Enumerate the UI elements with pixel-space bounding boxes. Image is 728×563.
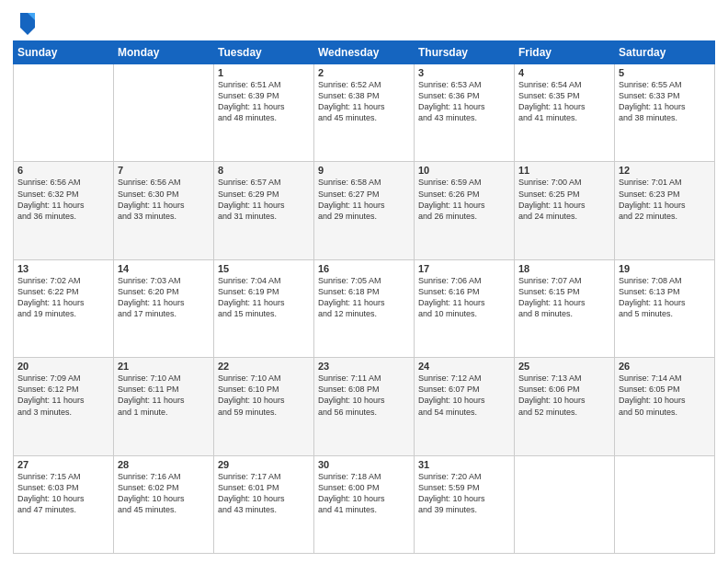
weekday-header: Friday [515,41,615,64]
day-number: 19 [619,263,711,274]
day-number: 16 [318,263,410,274]
day-number: 6 [17,165,109,176]
day-info: Sunrise: 7:04 AM Sunset: 6:19 PM Dayligh… [218,275,310,320]
calendar-cell: 18Sunrise: 7:07 AM Sunset: 6:15 PM Dayli… [515,259,615,357]
calendar-cell [615,455,715,553]
calendar-cell: 22Sunrise: 7:10 AM Sunset: 6:10 PM Dayli… [214,358,314,455]
day-info: Sunrise: 7:03 AM Sunset: 6:20 PM Dayligh… [118,275,210,320]
day-number: 29 [218,459,310,470]
day-number: 22 [218,361,310,372]
day-info: Sunrise: 7:09 AM Sunset: 6:12 PM Dayligh… [17,373,109,418]
day-number: 20 [17,361,109,372]
day-info: Sunrise: 6:52 AM Sunset: 6:38 PM Dayligh… [318,79,410,124]
day-info: Sunrise: 7:08 AM Sunset: 6:13 PM Dayligh… [619,275,711,320]
day-info: Sunrise: 7:20 AM Sunset: 5:59 PM Dayligh… [418,471,510,516]
day-info: Sunrise: 7:13 AM Sunset: 6:06 PM Dayligh… [518,373,610,418]
day-number: 9 [318,165,410,176]
calendar-cell: 4Sunrise: 6:54 AM Sunset: 6:35 PM Daylig… [515,64,615,162]
day-number: 8 [218,165,310,176]
day-info: Sunrise: 7:10 AM Sunset: 6:11 PM Dayligh… [118,373,210,418]
calendar-cell: 3Sunrise: 6:53 AM Sunset: 6:36 PM Daylig… [415,64,515,162]
calendar-cell: 10Sunrise: 6:59 AM Sunset: 6:26 PM Dayli… [415,162,515,259]
day-number: 24 [418,361,510,372]
day-number: 4 [518,67,610,78]
calendar-week-row: 1Sunrise: 6:51 AM Sunset: 6:39 PM Daylig… [14,64,715,162]
day-info: Sunrise: 7:05 AM Sunset: 6:18 PM Dayligh… [318,275,410,320]
day-number: 15 [218,263,310,274]
day-info: Sunrise: 7:15 AM Sunset: 6:03 PM Dayligh… [17,471,109,516]
calendar-cell: 24Sunrise: 7:12 AM Sunset: 6:07 PM Dayli… [415,358,515,455]
calendar-week-row: 27Sunrise: 7:15 AM Sunset: 6:03 PM Dayli… [14,455,715,553]
day-number: 17 [418,263,510,274]
day-number: 2 [318,67,410,78]
calendar-cell: 9Sunrise: 6:58 AM Sunset: 6:27 PM Daylig… [314,162,415,259]
day-info: Sunrise: 6:56 AM Sunset: 6:30 PM Dayligh… [118,177,210,222]
day-info: Sunrise: 6:53 AM Sunset: 6:36 PM Dayligh… [418,79,510,124]
day-number: 30 [318,459,410,470]
day-info: Sunrise: 6:51 AM Sunset: 6:39 PM Dayligh… [218,79,310,124]
day-info: Sunrise: 7:18 AM Sunset: 6:00 PM Dayligh… [318,471,410,516]
calendar-cell: 25Sunrise: 7:13 AM Sunset: 6:06 PM Dayli… [515,358,615,455]
calendar-cell: 31Sunrise: 7:20 AM Sunset: 5:59 PM Dayli… [415,455,515,553]
day-info: Sunrise: 6:59 AM Sunset: 6:26 PM Dayligh… [418,177,510,222]
day-number: 14 [118,263,210,274]
day-number: 25 [518,361,610,372]
weekday-header: Thursday [415,41,515,64]
calendar-cell: 5Sunrise: 6:55 AM Sunset: 6:33 PM Daylig… [615,64,715,162]
day-info: Sunrise: 7:14 AM Sunset: 6:05 PM Dayligh… [619,373,711,418]
day-info: Sunrise: 7:02 AM Sunset: 6:22 PM Dayligh… [17,275,109,320]
calendar-week-row: 20Sunrise: 7:09 AM Sunset: 6:12 PM Dayli… [14,358,715,455]
calendar-cell: 21Sunrise: 7:10 AM Sunset: 6:11 PM Dayli… [114,358,214,455]
day-number: 27 [17,459,109,470]
day-info: Sunrise: 7:00 AM Sunset: 6:25 PM Dayligh… [518,177,610,222]
calendar-cell: 8Sunrise: 6:57 AM Sunset: 6:29 PM Daylig… [214,162,314,259]
weekday-header: Sunday [14,41,114,64]
calendar-cell: 14Sunrise: 7:03 AM Sunset: 6:20 PM Dayli… [114,259,214,357]
calendar-cell [515,455,615,553]
day-info: Sunrise: 7:01 AM Sunset: 6:23 PM Dayligh… [619,177,711,222]
calendar-cell: 27Sunrise: 7:15 AM Sunset: 6:03 PM Dayli… [14,455,114,553]
day-info: Sunrise: 7:16 AM Sunset: 6:02 PM Dayligh… [118,471,210,516]
day-info: Sunrise: 7:10 AM Sunset: 6:10 PM Dayligh… [218,373,310,418]
calendar-week-row: 6Sunrise: 6:56 AM Sunset: 6:32 PM Daylig… [14,162,715,259]
day-number: 18 [518,263,610,274]
day-info: Sunrise: 7:17 AM Sunset: 6:01 PM Dayligh… [218,471,310,516]
calendar-table: SundayMondayTuesdayWednesdayThursdayFrid… [13,40,715,554]
page: SundayMondayTuesdayWednesdayThursdayFrid… [0,0,728,563]
calendar-cell: 7Sunrise: 6:56 AM Sunset: 6:30 PM Daylig… [114,162,214,259]
calendar-cell [114,64,214,162]
calendar-week-row: 13Sunrise: 7:02 AM Sunset: 6:22 PM Dayli… [14,259,715,357]
calendar-cell: 29Sunrise: 7:17 AM Sunset: 6:01 PM Dayli… [214,455,314,553]
day-number: 23 [318,361,410,372]
day-number: 21 [118,361,210,372]
calendar-cell: 23Sunrise: 7:11 AM Sunset: 6:08 PM Dayli… [314,358,415,455]
day-number: 28 [118,459,210,470]
calendar-cell: 1Sunrise: 6:51 AM Sunset: 6:39 PM Daylig… [214,64,314,162]
calendar-cell: 16Sunrise: 7:05 AM Sunset: 6:18 PM Dayli… [314,259,415,357]
day-number: 1 [218,67,310,78]
header [13,9,715,35]
day-number: 11 [518,165,610,176]
day-info: Sunrise: 6:58 AM Sunset: 6:27 PM Dayligh… [318,177,410,222]
day-number: 10 [418,165,510,176]
calendar-header-row: SundayMondayTuesdayWednesdayThursdayFrid… [14,41,715,64]
calendar-cell: 11Sunrise: 7:00 AM Sunset: 6:25 PM Dayli… [515,162,615,259]
day-number: 26 [619,361,711,372]
day-number: 12 [619,165,711,176]
calendar-cell: 17Sunrise: 7:06 AM Sunset: 6:16 PM Dayli… [415,259,515,357]
logo [13,9,39,35]
logo-icon [17,9,39,35]
calendar-cell: 26Sunrise: 7:14 AM Sunset: 6:05 PM Dayli… [615,358,715,455]
day-number: 13 [17,263,109,274]
day-info: Sunrise: 6:54 AM Sunset: 6:35 PM Dayligh… [518,79,610,124]
calendar-cell [14,64,114,162]
calendar-cell: 2Sunrise: 6:52 AM Sunset: 6:38 PM Daylig… [314,64,415,162]
day-number: 5 [619,67,711,78]
day-info: Sunrise: 7:11 AM Sunset: 6:08 PM Dayligh… [318,373,410,418]
weekday-header: Monday [114,41,214,64]
weekday-header: Wednesday [314,41,415,64]
weekday-header: Saturday [615,41,715,64]
calendar-cell: 6Sunrise: 6:56 AM Sunset: 6:32 PM Daylig… [14,162,114,259]
calendar-cell: 19Sunrise: 7:08 AM Sunset: 6:13 PM Dayli… [615,259,715,357]
day-info: Sunrise: 6:55 AM Sunset: 6:33 PM Dayligh… [619,79,711,124]
